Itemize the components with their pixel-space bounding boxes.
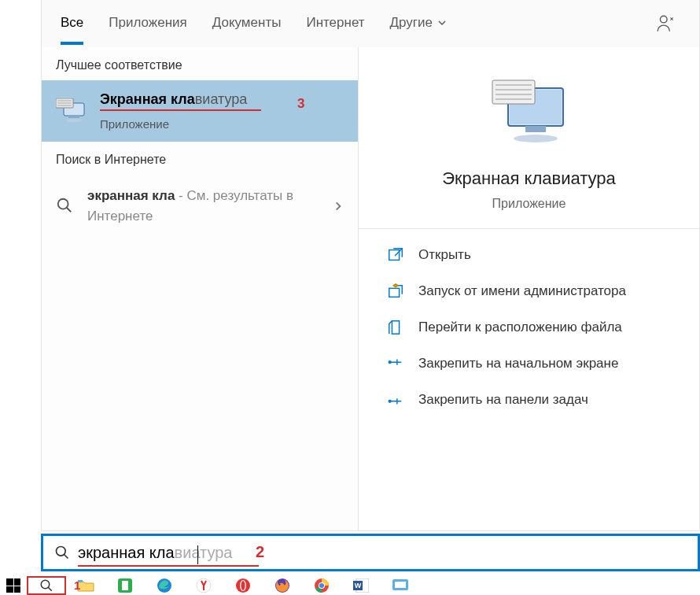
- action-open[interactable]: Открыть: [359, 237, 699, 273]
- svg-point-38: [319, 583, 324, 588]
- results-left: Лучшее соответствие Экранная клавиатура: [42, 47, 358, 530]
- results-body: Лучшее соответствие Экранная клавиатура: [42, 47, 699, 530]
- search-icon: [39, 578, 53, 593]
- preview-title: Экранная клавиатура: [374, 168, 683, 189]
- utility-icon: [392, 579, 408, 592]
- svg-line-24: [64, 555, 68, 559]
- start-button[interactable]: [0, 576, 27, 595]
- annotation-3: 3: [297, 96, 304, 112]
- tab-apps[interactable]: Приложения: [109, 2, 186, 45]
- tab-more-label: Другие: [390, 15, 433, 31]
- svg-text:W: W: [355, 582, 362, 589]
- word-icon: W: [353, 578, 369, 593]
- svg-rect-29: [122, 581, 128, 590]
- preview-pane: Экранная клавиатура Приложение Открыть З…: [358, 47, 699, 530]
- best-match-header: Лучшее соответствие: [42, 47, 358, 80]
- pin-start-icon: [387, 355, 404, 372]
- chrome-icon: [314, 578, 330, 593]
- svg-line-26: [48, 587, 52, 591]
- opera-icon: [235, 578, 251, 593]
- preview-subtitle: Приложение: [374, 197, 683, 211]
- taskbar-yandex[interactable]: [184, 576, 223, 595]
- shield-icon: [387, 283, 404, 300]
- svg-point-0: [660, 16, 667, 23]
- taskbar: W: [0, 576, 700, 595]
- svg-line-9: [67, 207, 72, 212]
- preview-actions: Открыть Запуск от имени администратора П…: [359, 228, 699, 426]
- tab-web[interactable]: Интернет: [306, 2, 364, 45]
- open-icon: [387, 246, 404, 264]
- folder-icon: [387, 319, 404, 336]
- action-run-as-admin[interactable]: Запуск от имени администратора: [359, 273, 699, 309]
- tab-all[interactable]: Все: [61, 2, 83, 45]
- svg-rect-43: [395, 582, 406, 588]
- keyboard-app-large-icon: [486, 79, 573, 150]
- svg-point-25: [41, 580, 50, 589]
- keyboard-app-icon: [56, 98, 87, 124]
- web-search-header: Поиск в Интернете: [42, 142, 358, 175]
- action-pin-start[interactable]: Закрепить на начальном экране: [359, 346, 699, 382]
- app-icon: [118, 578, 132, 593]
- taskbar-app-green[interactable]: [105, 576, 145, 595]
- annotation-1: 1: [74, 578, 80, 592]
- action-pin-taskbar[interactable]: Закрепить на панели задач: [359, 382, 699, 418]
- svg-point-8: [58, 198, 68, 209]
- action-open-label: Открыть: [418, 247, 471, 263]
- taskbar-firefox[interactable]: [263, 576, 302, 595]
- search-icon: [56, 197, 75, 216]
- best-match-title-rest: виатура: [195, 91, 248, 107]
- taskbar-opera[interactable]: [223, 576, 263, 595]
- feedback-icon: [656, 13, 676, 34]
- action-admin-label: Запуск от имени администратора: [418, 283, 626, 299]
- web-search-text: экранная кла - См. результаты в Интернет…: [87, 186, 320, 226]
- taskbar-explorer[interactable]: [66, 576, 105, 595]
- annotation-2: 2: [256, 543, 264, 561]
- yandex-icon: [196, 578, 212, 593]
- preview-header: Экранная клавиатура Приложение: [359, 79, 699, 228]
- web-search-item[interactable]: экранная кла - См. результаты в Интернет…: [42, 175, 358, 237]
- svg-rect-19: [389, 250, 400, 261]
- firefox-icon: [274, 578, 290, 593]
- chevron-down-icon: [437, 18, 447, 28]
- best-match-title-bold: Экранная кла: [100, 91, 195, 107]
- tab-documents[interactable]: Документы: [212, 2, 282, 45]
- svg-point-21: [389, 361, 391, 364]
- action-pin-taskbar-label: Закрепить на панели задач: [418, 392, 588, 408]
- tab-more[interactable]: Другие: [390, 2, 447, 45]
- svg-point-18: [514, 135, 558, 142]
- taskbar-edge[interactable]: [145, 576, 184, 595]
- svg-point-7: [66, 119, 82, 122]
- taskbar-word[interactable]: W: [341, 576, 381, 595]
- svg-point-34: [241, 581, 245, 590]
- search-input-text: экранная клавиатура: [78, 544, 232, 562]
- svg-rect-20: [389, 288, 400, 297]
- best-match-item[interactable]: Экранная клавиатура Приложение 3: [42, 80, 358, 142]
- taskbar-chrome[interactable]: [302, 576, 341, 595]
- action-location-label: Перейти к расположению файла: [418, 320, 622, 335]
- taskbar-search-button[interactable]: [27, 576, 66, 595]
- filter-tabs: Все Приложения Документы Интернет Другие: [42, 0, 699, 47]
- feedback-button[interactable]: [652, 9, 680, 38]
- best-match-text: Экранная клавиатура Приложение: [100, 91, 344, 131]
- chevron-right-icon: [333, 201, 344, 212]
- svg-point-22: [389, 400, 391, 402]
- windows-logo-icon: [6, 578, 20, 593]
- search-box[interactable]: экранная клавиатура: [41, 534, 700, 571]
- svg-rect-12: [492, 80, 535, 104]
- best-match-subtitle: Приложение: [100, 117, 344, 131]
- svg-rect-17: [525, 126, 546, 132]
- search-panel: Все Приложения Документы Интернет Другие…: [41, 0, 700, 531]
- svg-point-23: [57, 547, 66, 556]
- search-icon: [54, 545, 70, 560]
- pin-taskbar-icon: [387, 391, 404, 408]
- taskbar-utility[interactable]: [381, 576, 420, 595]
- edge-icon: [157, 578, 172, 593]
- action-open-location[interactable]: Перейти к расположению файла: [359, 309, 699, 346]
- svg-rect-6: [68, 116, 79, 118]
- action-pin-start-label: Закрепить на начальном экране: [418, 356, 618, 371]
